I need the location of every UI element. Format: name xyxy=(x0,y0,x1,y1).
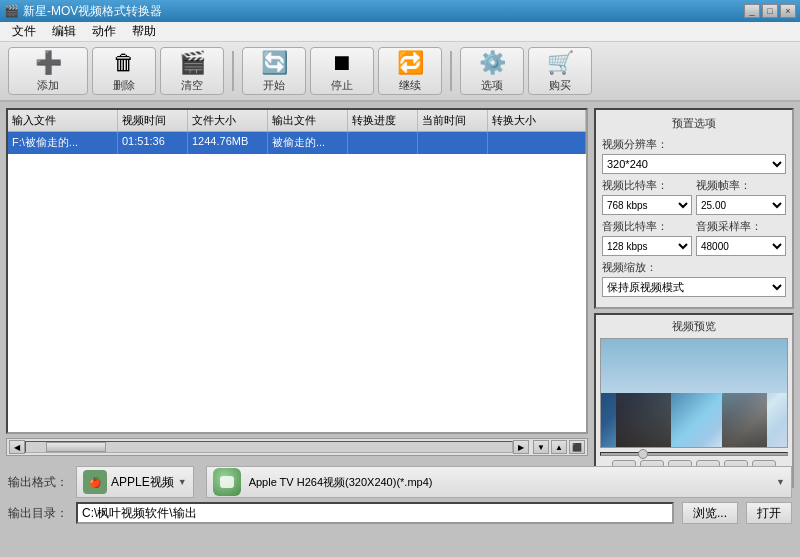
format-label: 输出格式： xyxy=(8,474,68,491)
add-button[interactable]: ➕ 添加 xyxy=(8,47,88,95)
slider-thumb[interactable] xyxy=(638,449,648,459)
separator-1 xyxy=(232,51,234,91)
preview-slider[interactable] xyxy=(600,452,788,456)
cell-size: 1244.76MB xyxy=(188,132,268,154)
scroll-home-btn[interactable]: ⬛ xyxy=(569,440,585,454)
framerate-col: 视频帧率： 25.00 xyxy=(696,178,786,215)
title-bar: 🎬 新星-MOV视频格式转换器 _ □ × xyxy=(0,0,800,22)
cell-time: 01:51:36 xyxy=(118,132,188,154)
apple-icon: 🍎 xyxy=(83,470,107,494)
format-type-select[interactable]: 🍎 APPLE视频 ▼ xyxy=(76,466,194,498)
menu-action[interactable]: 动作 xyxy=(84,21,124,42)
app-icon: 🎬 xyxy=(4,4,19,18)
cell-input: F:\被偷走的... xyxy=(8,132,118,154)
cell-convsize xyxy=(488,132,586,154)
clear-label: 清空 xyxy=(181,78,203,93)
options-icon: ⚙️ xyxy=(479,50,506,76)
framerate-select[interactable]: 25.00 xyxy=(696,195,786,215)
main-area: 输入文件 视频时间 文件大小 输出文件 转换进度 当前时间 转换大小 F:\被偷… xyxy=(0,102,800,462)
buy-button[interactable]: 🛒 购买 xyxy=(528,47,592,95)
format-detail-select[interactable]: Apple TV H264视频(320X240)(*.mp4) ▼ xyxy=(206,466,792,498)
h-scrollbar[interactable]: ◀ ▶ ▼ ▲ ⬛ xyxy=(6,438,588,456)
toolbar: ➕ 添加 🗑 删除 🎬 清空 🔄 开始 ⏹ 停止 🔁 继续 ⚙️ 选项 🛒 购买 xyxy=(0,42,800,102)
bitrate-select[interactable]: 768 kbps xyxy=(602,195,692,215)
resolution-select[interactable]: 320*240 xyxy=(602,154,786,174)
table-row[interactable]: F:\被偷走的... 01:51:36 1244.76MB 被偷走的... xyxy=(8,132,586,154)
audio-sample-select[interactable]: 48000 xyxy=(696,236,786,256)
audio-bitrate-select[interactable]: 128 kbps xyxy=(602,236,692,256)
scroll-right-btn[interactable]: ▶ xyxy=(513,440,529,454)
minimize-button[interactable]: _ xyxy=(744,4,760,18)
menu-file[interactable]: 文件 xyxy=(4,21,44,42)
scrollbar-thumb[interactable] xyxy=(46,442,106,452)
bitrate-label: 视频比特率： xyxy=(602,178,692,193)
remove-button[interactable]: 🗑 删除 xyxy=(92,47,156,95)
menu-edit[interactable]: 编辑 xyxy=(44,21,84,42)
format-type-label: APPLE视频 xyxy=(111,474,174,491)
scrollbar-track[interactable] xyxy=(25,441,513,453)
audio-row: 音频比特率： 128 kbps 音频采样率： 48000 xyxy=(602,219,786,256)
add-icon: ➕ xyxy=(35,50,62,76)
header-input: 输入文件 xyxy=(8,110,118,131)
start-button[interactable]: 🔄 开始 xyxy=(242,47,306,95)
bottom-area: 输出格式： 🍎 APPLE视频 ▼ Apple TV H264视频(320X24… xyxy=(0,462,800,532)
format-row: 输出格式： 🍎 APPLE视频 ▼ Apple TV H264视频(320X24… xyxy=(8,466,792,498)
preview-title: 视频预览 xyxy=(600,319,788,334)
table-header: 输入文件 视频时间 文件大小 输出文件 转换进度 当前时间 转换大小 xyxy=(8,110,586,132)
resolution-label: 视频分辨率： xyxy=(602,137,786,152)
stop-button[interactable]: ⏹ 停止 xyxy=(310,47,374,95)
zoom-select[interactable]: 保持原视频模式 xyxy=(602,277,786,297)
close-button[interactable]: × xyxy=(780,4,796,18)
buy-label: 购买 xyxy=(549,78,571,93)
header-output: 输出文件 xyxy=(268,110,348,131)
scroll-down-btn[interactable]: ▼ xyxy=(533,440,549,454)
title-bar-controls[interactable]: _ □ × xyxy=(744,4,796,18)
header-time: 视频时间 xyxy=(118,110,188,131)
scroll-extra-btns[interactable]: ▼ ▲ ⬛ xyxy=(533,440,585,454)
start-icon: 🔄 xyxy=(261,50,288,76)
continue-button[interactable]: 🔁 继续 xyxy=(378,47,442,95)
format-selector: 🍎 APPLE视频 ▼ Apple TV H264视频(320X240)(*.m… xyxy=(76,466,792,498)
remove-icon: 🗑 xyxy=(113,50,135,76)
header-curtime: 当前时间 xyxy=(418,110,488,131)
chevron-down-icon: ▼ xyxy=(178,477,187,487)
audio-sample-label: 音频采样率： xyxy=(696,219,786,234)
browse-button[interactable]: 浏览... xyxy=(682,502,738,524)
options-label: 选项 xyxy=(481,78,503,93)
slider-track[interactable] xyxy=(600,452,788,456)
add-label: 添加 xyxy=(37,78,59,93)
maximize-button[interactable]: □ xyxy=(762,4,778,18)
header-size: 文件大小 xyxy=(188,110,268,131)
clear-button[interactable]: 🎬 清空 xyxy=(160,47,224,95)
scroll-left-btn[interactable]: ◀ xyxy=(9,440,25,454)
sky xyxy=(601,339,787,393)
bitrate-framerate-row: 视频比特率： 768 kbps 视频帧率： 25.00 xyxy=(602,178,786,215)
open-button[interactable]: 打开 xyxy=(746,502,792,524)
options-button[interactable]: ⚙️ 选项 xyxy=(460,47,524,95)
format-detail-label: Apple TV H264视频(320X240)(*.mp4) xyxy=(249,475,433,490)
zoom-label: 视频缩放： xyxy=(602,260,786,275)
header-convsize: 转换大小 xyxy=(488,110,586,131)
menu-help[interactable]: 帮助 xyxy=(124,21,164,42)
scroll-up-btn[interactable]: ▲ xyxy=(551,440,567,454)
remove-label: 删除 xyxy=(113,78,135,93)
audio-bitrate-col: 音频比特率： 128 kbps xyxy=(602,219,692,256)
settings-title: 预置选项 xyxy=(602,116,786,131)
menu-bar: 文件 编辑 动作 帮助 xyxy=(0,22,800,42)
chevron-down-icon-2: ▼ xyxy=(776,477,785,487)
dir-input[interactable] xyxy=(76,502,674,524)
dir-row: 输出目录： 浏览... 打开 xyxy=(8,502,792,524)
settings-box: 预置选项 视频分辨率： 320*240 视频比特率： 768 kbps 视频帧率… xyxy=(594,108,794,309)
cell-curtime xyxy=(418,132,488,154)
window-title: 新星-MOV视频格式转换器 xyxy=(23,3,162,20)
apple-tv-icon xyxy=(213,468,241,496)
framerate-label: 视频帧率： xyxy=(696,178,786,193)
audio-sample-col: 音频采样率： 48000 xyxy=(696,219,786,256)
clear-icon: 🎬 xyxy=(179,50,206,76)
stop-icon: ⏹ xyxy=(331,50,353,76)
right-panel: 预置选项 视频分辨率： 320*240 视频比特率： 768 kbps 视频帧率… xyxy=(594,108,794,456)
stop-label: 停止 xyxy=(331,78,353,93)
separator-2 xyxy=(450,51,452,91)
audio-bitrate-label: 音频比特率： xyxy=(602,219,692,234)
dir-label: 输出目录： xyxy=(8,505,68,522)
